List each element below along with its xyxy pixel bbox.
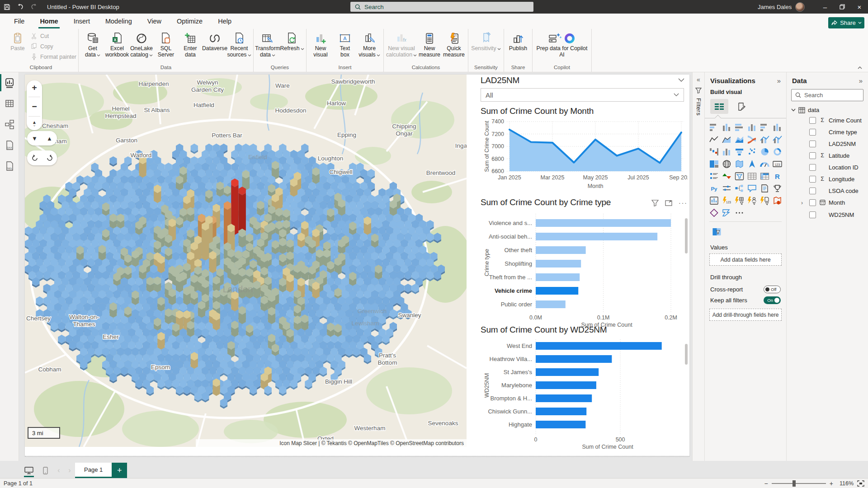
- report-page[interactable]: HarpendenWelwynGarden CityWareSawbridgew…: [25, 75, 689, 456]
- share-button[interactable]: Share: [828, 17, 864, 28]
- r-script-visual-icon[interactable]: R: [771, 170, 783, 182]
- stacked-column-chart-icon[interactable]: [720, 121, 733, 133]
- new-visual-calculation-button[interactable]: fxNew visualcalculation: [386, 29, 417, 58]
- expand-icon[interactable]: ›: [801, 200, 803, 206]
- histogram-chart-icon[interactable]: [720, 145, 733, 158]
- icon-map-slicer-icon[interactable]: [710, 225, 723, 238]
- enter-data-button[interactable]: Enterdata: [178, 29, 203, 58]
- gauge-icon[interactable]: [758, 158, 771, 170]
- collapse-data-pane-icon[interactable]: »: [859, 77, 863, 84]
- field-longitude[interactable]: ΣLongitude: [787, 173, 868, 185]
- field-crime-count[interactable]: ΣCrime Count: [787, 114, 868, 126]
- menu-modeling[interactable]: Modeling: [98, 14, 140, 29]
- field-checkbox[interactable]: [809, 199, 816, 206]
- minimize-button[interactable]: –: [816, 0, 834, 14]
- scatter-chart-icon[interactable]: [745, 145, 758, 158]
- cross-report-toggle[interactable]: Off: [764, 286, 781, 293]
- model-view-button[interactable]: [0, 114, 19, 135]
- field-checkbox[interactable]: [809, 188, 816, 194]
- slicer-icon[interactable]: [733, 170, 745, 182]
- area-chart-icon[interactable]: [720, 133, 733, 145]
- field-checkbox[interactable]: [809, 211, 816, 218]
- matrix-icon[interactable]: [758, 170, 771, 182]
- field-checkbox[interactable]: [809, 176, 816, 183]
- field-checkbox[interactable]: [809, 164, 816, 171]
- multi-row-card-icon[interactable]: [708, 170, 720, 182]
- azure-map-icon[interactable]: [745, 158, 758, 170]
- undo-icon[interactable]: [14, 0, 27, 14]
- avatar[interactable]: [795, 2, 805, 12]
- hex-map-visual[interactable]: HarpendenWelwynGarden CityWareSawbridgew…: [25, 75, 467, 447]
- dataverse-button[interactable]: Dataverse: [203, 29, 227, 52]
- expand-filters-icon[interactable]: «: [697, 76, 700, 83]
- ward-chart-scrollbar[interactable]: [685, 344, 688, 365]
- menu-file[interactable]: File: [6, 14, 32, 29]
- treemap-icon[interactable]: [708, 158, 720, 170]
- sql-server-button[interactable]: SQLServer: [154, 29, 178, 58]
- q-and-a-icon[interactable]: [745, 182, 758, 194]
- add-page-button[interactable]: +: [112, 463, 127, 478]
- slicer-dropdown[interactable]: All: [481, 88, 684, 102]
- paginated-report-icon[interactable]: [708, 194, 720, 206]
- funnel-chart-icon[interactable]: [733, 145, 745, 158]
- smart-narrative-icon[interactable]: [758, 182, 771, 194]
- fit-to-page-icon[interactable]: [857, 480, 864, 487]
- prep-data-for-copilot-button[interactable]: Prep data for CopilotAI: [534, 29, 590, 58]
- zoom-out-icon[interactable]: −: [764, 480, 768, 487]
- field-location-id[interactable]: Location ID: [787, 161, 868, 173]
- zoom-in-icon[interactable]: +: [32, 83, 37, 93]
- get-data-button[interactable]: Getdata: [80, 29, 105, 58]
- field-lsoa-code[interactable]: LSOA code: [787, 185, 868, 197]
- dynamic-table-filter-icon[interactable]: [733, 194, 745, 206]
- decomposition-tree-icon[interactable]: [733, 182, 745, 194]
- ribbon-chart-icon[interactable]: [745, 133, 758, 145]
- highlight-map-icon[interactable]: [771, 194, 783, 206]
- onelake-catalog-button[interactable]: OneLakecatalog: [129, 29, 154, 58]
- field-crime-type[interactable]: Crime type: [787, 126, 868, 138]
- global-search-input[interactable]: Search: [350, 2, 533, 12]
- waterfall-chart-icon[interactable]: [708, 145, 720, 158]
- table-icon[interactable]: [745, 170, 758, 182]
- collapse-ribbon-icon[interactable]: [857, 66, 863, 70]
- map-icon[interactable]: [720, 158, 733, 170]
- menu-optimize[interactable]: Optimize: [169, 14, 210, 29]
- field-lad25nm[interactable]: LAD25NM: [787, 138, 868, 150]
- field-wd25nm[interactable]: WD25NM: [787, 209, 868, 221]
- power-automate-icon[interactable]: [720, 206, 733, 219]
- power-apps-icon[interactable]: [708, 206, 720, 219]
- new-visual-button[interactable]: Newvisual: [308, 29, 333, 58]
- filter-icon[interactable]: [651, 200, 659, 206]
- more-visuals-button[interactable]: Morevisuals: [357, 29, 382, 58]
- paste-button[interactable]: Paste: [5, 29, 30, 52]
- data-table-row[interactable]: data: [787, 101, 868, 114]
- crime-chart-scrollbar[interactable]: [685, 218, 688, 253]
- clustered-bar-chart-icon[interactable]: [733, 121, 745, 133]
- cut-button[interactable]: Cut: [30, 32, 76, 41]
- more-visuals-options-icon[interactable]: [733, 206, 745, 219]
- zoom-in-icon[interactable]: +: [830, 480, 833, 487]
- stacked-bar-chart-icon[interactable]: [708, 121, 720, 133]
- redo-icon[interactable]: [27, 0, 41, 14]
- copy-button[interactable]: Copy: [30, 42, 76, 51]
- field-checkbox[interactable]: [809, 141, 816, 147]
- recent-sources-button[interactable]: Recentsources: [227, 29, 251, 58]
- next-page-icon[interactable]: ›: [64, 463, 75, 478]
- dax-query-view-button[interactable]: DAX: [0, 135, 19, 155]
- kpi-icon[interactable]: [720, 170, 733, 182]
- line-and-stacked-column-chart-icon[interactable]: [758, 133, 771, 145]
- menu-home[interactable]: Home: [32, 14, 66, 29]
- ward-bar-chart[interactable]: 0500West EndHeathrow Villa...St James'sM…: [481, 338, 688, 450]
- sensitivity-button[interactable]: Sensitivity: [470, 29, 502, 52]
- menu-view[interactable]: View: [140, 14, 169, 29]
- line-and-clustered-column-chart-icon[interactable]: [771, 133, 783, 145]
- python-visual-icon[interactable]: Py: [708, 182, 720, 194]
- line-chart-icon[interactable]: [708, 133, 720, 145]
- stacked-area-chart-icon[interactable]: [733, 133, 745, 145]
- card-icon[interactable]: 123: [771, 158, 783, 170]
- collapse-pane-icon[interactable]: »: [777, 77, 781, 84]
- 100-stacked-column-chart-icon[interactable]: [771, 121, 783, 133]
- prev-page-icon[interactable]: ‹: [53, 463, 64, 478]
- build-visual-tab[interactable]: [710, 99, 728, 114]
- desktop-layout-button[interactable]: [21, 463, 37, 478]
- crime-type-bar-chart[interactable]: 0.0M0.1M0.2MViolence and s...Anti-social…: [481, 213, 688, 328]
